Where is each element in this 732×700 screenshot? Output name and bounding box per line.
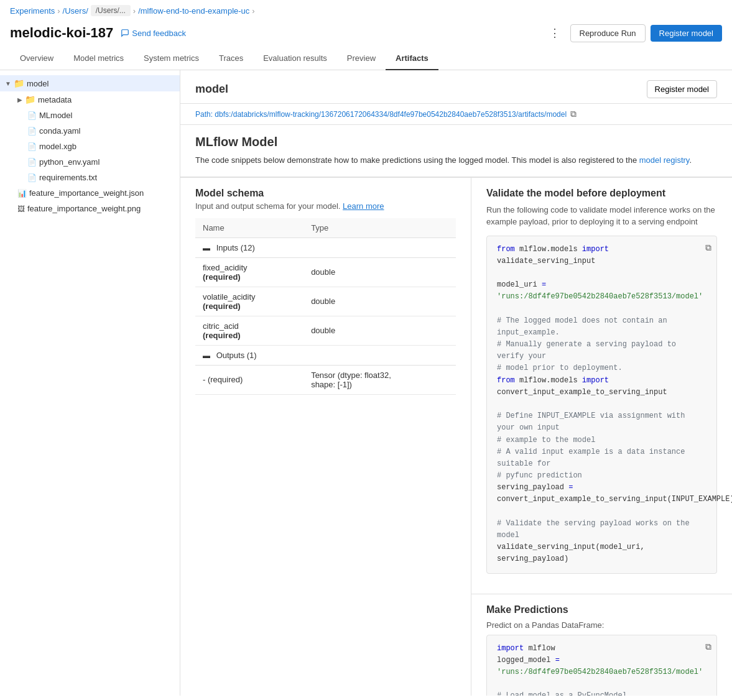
mlflow-title: MLflow Model <box>195 135 717 149</box>
register-model-button-content[interactable]: Register model <box>647 80 717 98</box>
learn-more-link[interactable]: Learn more <box>343 201 384 211</box>
sidebar-label-metadata: metadata <box>38 95 72 104</box>
pandas-code-block: ⧉ import mlflow logged_model = 'runs:/8d… <box>486 635 717 696</box>
output-field-name: - (required) <box>195 365 303 394</box>
file-icon-conda: 📄 <box>27 127 37 136</box>
tab-artifacts[interactable]: Artifacts <box>386 47 438 70</box>
file-icon-fi-json: 📊 <box>17 189 27 198</box>
sidebar-item-fi-png[interactable]: 🖼 feature_importance_weight.png <box>0 201 180 216</box>
schema-table: Name Type ▬ Inputs (12) <box>195 218 456 395</box>
field-type: double <box>303 257 456 287</box>
tab-evaluation-results[interactable]: Evaluation results <box>253 47 337 70</box>
artifact-path: Path: dbfs:/databricks/mlflow-tracking/1… <box>180 104 732 125</box>
reproduce-run-button[interactable]: Reproduce Run <box>570 24 646 42</box>
sidebar-label-fi-png: feature_importance_weight.png <box>27 204 141 213</box>
right-section: Validate the model before deployment Run… <box>471 178 732 696</box>
col-name-header: Name <box>195 218 303 238</box>
outputs-label: Outputs (1) <box>216 351 257 360</box>
path-label: Path: dbfs:/databricks/mlflow-tracking/1… <box>195 110 567 119</box>
artifacts-sidebar: ▼ 📁 model ▶ 📁 metadata 📄 MLmodel 📄 <box>0 70 180 696</box>
page-title: melodic-koi-187 <box>10 25 113 41</box>
file-icon-requirements: 📄 <box>27 173 37 182</box>
breadcrumb-users[interactable]: /Users/ <box>63 6 88 16</box>
breadcrumb: Experiments › /Users/ /Users/... › /mlfl… <box>0 0 732 21</box>
col-type-header: Type <box>303 218 456 238</box>
tab-overview[interactable]: Overview <box>10 47 63 70</box>
register-model-button-header[interactable]: Register model <box>651 25 722 42</box>
sidebar-item-conda[interactable]: 📄 conda.yaml <box>0 123 180 139</box>
field-type: double <box>303 316 456 345</box>
validate-desc: Run the following code to validate model… <box>486 204 717 228</box>
inputs-collapse-btn[interactable]: ▬ <box>203 244 210 252</box>
schema-title: Model schema <box>195 188 456 199</box>
outputs-header-row: ▬ Outputs (1) <box>195 345 456 365</box>
pandas-sub-label: Predict on a Pandas DataFrame: <box>486 620 717 630</box>
mlflow-model-section: MLflow Model The code snippets below dem… <box>180 125 732 177</box>
schema-section: Model schema Input and output schema for… <box>180 178 471 696</box>
copy-validate-code-icon[interactable]: ⧉ <box>705 241 711 255</box>
folder-icon-model: 📁 <box>14 78 24 88</box>
tab-bar: Overview Model metrics System metrics Tr… <box>0 47 732 70</box>
sidebar-item-requirements[interactable]: 📄 requirements.txt <box>0 170 180 185</box>
header-actions: ⋮ Reproduce Run Register model <box>544 24 723 42</box>
mlflow-desc: The code snippets below demonstrate how … <box>195 154 717 167</box>
sidebar-item-metadata[interactable]: ▶ 📁 metadata <box>0 91 180 108</box>
sidebar-label-fi-json: feature_importance_weight.json <box>29 188 144 198</box>
sidebar-label-pythonenv: python_env.yaml <box>39 157 100 167</box>
sidebar-label-modelxgb: model.xgb <box>39 142 76 151</box>
breadcrumb-sep2: › <box>133 6 136 16</box>
validate-section: Validate the model before deployment Run… <box>471 178 732 594</box>
predictions-title: Make Predictions <box>486 604 717 615</box>
sidebar-label-requirements: requirements.txt <box>39 173 97 182</box>
field-name: citric_acid <box>203 321 296 331</box>
file-icon-modelxgb: 📄 <box>27 142 37 151</box>
folder-icon-metadata: 📁 <box>25 94 35 104</box>
sidebar-item-mlmodel[interactable]: 📄 MLmodel <box>0 108 180 123</box>
content-header: model Register model <box>180 70 732 104</box>
model-registry-link[interactable]: model registry <box>639 155 690 165</box>
sidebar-item-pythonenv[interactable]: 📄 python_env.yaml <box>0 154 180 170</box>
tab-system-metrics[interactable]: System metrics <box>134 47 209 70</box>
chevron-down-icon: ▼ <box>5 80 11 87</box>
breadcrumb-experiments[interactable]: Experiments <box>10 6 55 16</box>
field-name: fixed_acidity <box>203 263 296 272</box>
sidebar-item-fi-json[interactable]: 📊 feature_importance_weight.json <box>0 185 180 201</box>
send-feedback-link[interactable]: Send feedback <box>121 29 186 38</box>
feedback-icon <box>121 29 129 37</box>
breadcrumb-users-path: /Users/... <box>91 5 131 16</box>
send-feedback-label: Send feedback <box>132 29 186 38</box>
table-row: citric_acid (required) double <box>195 316 456 345</box>
field-type: double <box>303 287 456 316</box>
more-options-button[interactable]: ⋮ <box>544 24 565 42</box>
schema-desc: Input and output schema for your model. … <box>195 201 456 211</box>
table-row: - (required) Tensor (dtype: float32,shap… <box>195 365 456 394</box>
inputs-header-row: ▬ Inputs (12) <box>195 237 456 257</box>
field-required: (required) <box>203 302 296 311</box>
two-col-layout: Model schema Input and output schema for… <box>180 177 732 696</box>
file-icon-mlmodel: 📄 <box>27 111 37 120</box>
table-row: fixed_acidity (required) double <box>195 257 456 287</box>
breadcrumb-sep3: › <box>252 6 254 16</box>
sidebar-item-modelxgb[interactable]: 📄 model.xgb <box>0 139 180 154</box>
copy-path-icon[interactable]: ⧉ <box>570 109 577 119</box>
field-required: (required) <box>203 331 296 340</box>
chevron-right-icon: ▶ <box>17 96 22 103</box>
copy-pandas-code-icon[interactable]: ⧉ <box>705 640 711 654</box>
tab-model-metrics[interactable]: Model metrics <box>63 47 134 70</box>
breadcrumb-sep1: › <box>57 6 60 16</box>
sidebar-label-mlmodel: MLmodel <box>39 111 72 120</box>
sidebar-item-model[interactable]: ▼ 📁 model <box>0 75 180 91</box>
sidebar-label-conda: conda.yaml <box>39 126 80 136</box>
main-layout: ▼ 📁 model ▶ 📁 metadata 📄 MLmodel 📄 <box>0 70 732 696</box>
file-icon-pythonenv: 📄 <box>27 158 37 167</box>
tab-preview[interactable]: Preview <box>337 47 386 70</box>
validate-title: Validate the model before deployment <box>486 188 717 199</box>
breadcrumb-run[interactable]: /mlflow-end-to-end-example-uc <box>138 6 249 16</box>
page-header: melodic-koi-187 Send feedback ⋮ Reproduc… <box>0 21 732 47</box>
tab-traces[interactable]: Traces <box>209 47 253 70</box>
table-row: volatile_acidity (required) double <box>195 287 456 316</box>
sidebar-label-model: model <box>27 79 49 88</box>
validate-code-block: ⧉ from mlflow.models import validate_ser… <box>486 236 717 574</box>
file-icon-fi-png: 🖼 <box>17 205 25 213</box>
outputs-collapse-btn[interactable]: ▬ <box>203 351 210 360</box>
